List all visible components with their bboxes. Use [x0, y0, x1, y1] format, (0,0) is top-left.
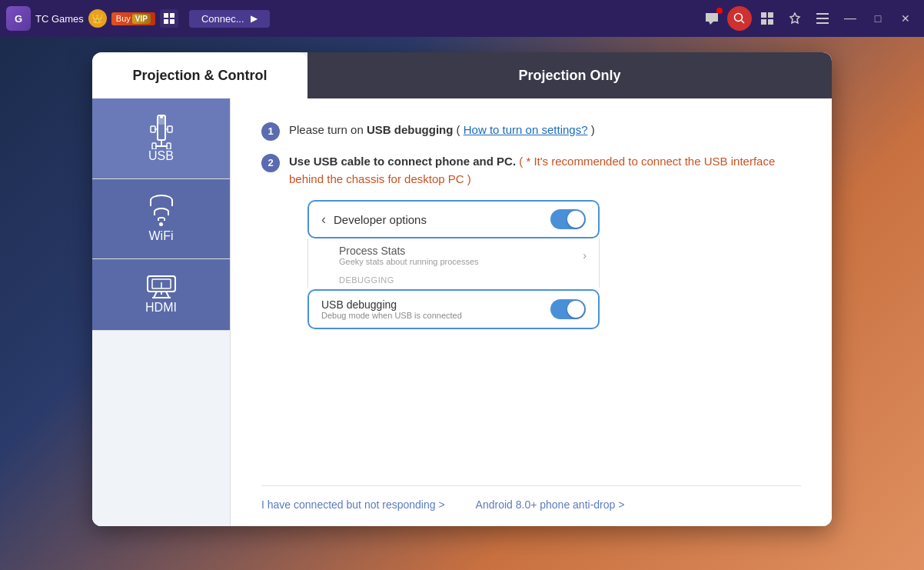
search-icon[interactable]: [727, 6, 752, 31]
svg-rect-10: [816, 13, 829, 15]
bottom-links: I have connected but not responding > An…: [261, 485, 801, 511]
usb-debugging-info: USB debugging Debug mode when USB is con…: [321, 298, 550, 320]
wifi-label: WiFi: [149, 229, 174, 243]
main-window: Projection & Control Projection Only: [92, 52, 832, 526]
apps-icon[interactable]: [755, 6, 779, 31]
minimize-button[interactable]: —: [838, 6, 863, 31]
tabs-header: Projection & Control Projection Only: [92, 52, 832, 98]
grid-icon[interactable]: [160, 9, 178, 28]
developer-options-title: Developer options: [334, 213, 550, 226]
pin-icon[interactable]: [783, 6, 807, 31]
titlebar: G TC Games 👑 Buy VIP Connec... ▶: [0, 0, 924, 37]
tc-logo: G: [6, 6, 31, 31]
svg-rect-11: [816, 18, 829, 19]
svg-rect-0: [164, 13, 168, 18]
step2-number: 2: [261, 154, 280, 172]
svg-rect-7: [768, 12, 773, 18]
svg-point-15: [160, 115, 163, 118]
developer-options-toggle[interactable]: [550, 209, 586, 229]
svg-rect-19: [167, 143, 171, 149]
developer-options-row: ‹ Developer options: [307, 200, 600, 238]
svg-rect-8: [761, 19, 766, 25]
hdmi-icon: [146, 275, 177, 301]
svg-rect-12: [816, 22, 829, 24]
usb-debugging-row: USB debugging Debug mode when USB is con…: [307, 289, 600, 329]
main-content: 1 Please turn on USB debugging ( How to …: [231, 98, 832, 526]
wifi-icon: [150, 195, 173, 226]
content-area: USB WiFi: [92, 98, 832, 526]
usb-label: USB: [148, 149, 174, 163]
vip-badge: VIP: [132, 14, 151, 24]
svg-line-5: [742, 21, 745, 24]
sidebar-item-usb[interactable]: USB: [92, 98, 230, 179]
process-stats-row[interactable]: Process Stats Geeky stats about running …: [307, 238, 600, 272]
step1-number: 1: [261, 122, 280, 141]
sidebar: USB WiFi: [92, 98, 231, 526]
menu-icon[interactable]: [810, 6, 835, 31]
message-icon[interactable]: [700, 6, 724, 31]
connected-not-responding-link[interactable]: I have connected but not responding >: [261, 498, 445, 511]
back-icon[interactable]: ‹: [321, 212, 326, 228]
process-stats-arrow: ›: [583, 249, 587, 262]
step2-instruction: 2 Use USB cable to connect phone and PC.…: [261, 153, 801, 188]
arrow-right-icon: ▶: [251, 13, 258, 24]
usb-icon: [148, 114, 175, 149]
svg-point-4: [735, 14, 743, 22]
crown-icon: 👑: [88, 9, 107, 28]
close-button[interactable]: ✕: [893, 6, 918, 31]
tab-projection-control[interactable]: Projection & Control: [92, 52, 307, 98]
how-to-settings-link[interactable]: How to turn on settings?: [464, 123, 588, 136]
step1-instruction: 1 Please turn on USB debugging ( How to …: [261, 122, 801, 141]
sidebar-item-wifi[interactable]: WiFi: [92, 179, 230, 259]
titlebar-left: G TC Games 👑 Buy VIP Connec... ▶: [0, 6, 276, 31]
svg-rect-9: [768, 19, 773, 25]
maximize-button[interactable]: □: [866, 6, 890, 31]
notification-badge: [716, 8, 723, 14]
svg-rect-6: [761, 12, 766, 18]
android-anti-drop-link[interactable]: Android 8.0+ phone anti-drop >: [476, 498, 625, 511]
debugging-header: DEBUGGING: [307, 272, 600, 288]
step1-text: Please turn on USB debugging ( How to tu…: [289, 122, 595, 139]
phone-mock: ‹ Developer options Process Stats Geeky …: [307, 200, 600, 329]
svg-line-27: [166, 292, 169, 298]
sidebar-item-hdmi[interactable]: HDMI: [92, 259, 230, 331]
step2-text: Use USB cable to connect phone and PC. (…: [289, 153, 801, 188]
svg-rect-18: [152, 143, 156, 149]
connect-tab[interactable]: Connec... ▶: [189, 10, 270, 28]
titlebar-right: — □ ✕: [700, 6, 924, 31]
app-name: TC Games: [35, 13, 84, 25]
tab-projection-only[interactable]: Projection Only: [307, 52, 832, 98]
process-stats-title: Process Stats: [339, 245, 479, 257]
svg-rect-1: [170, 13, 174, 18]
process-stats-info: Process Stats Geeky stats about running …: [339, 245, 479, 266]
buy-button[interactable]: Buy VIP: [111, 12, 155, 25]
process-stats-subtitle: Geeky stats about running processes: [339, 257, 479, 266]
svg-rect-2: [164, 19, 168, 24]
usb-debugging-title: USB debugging: [321, 298, 550, 311]
usb-debugging-subtitle: Debug mode when USB is connected: [321, 311, 550, 320]
usb-debugging-toggle[interactable]: [550, 299, 586, 319]
svg-line-26: [154, 292, 157, 298]
hdmi-label: HDMI: [145, 301, 177, 315]
svg-rect-3: [170, 19, 174, 24]
